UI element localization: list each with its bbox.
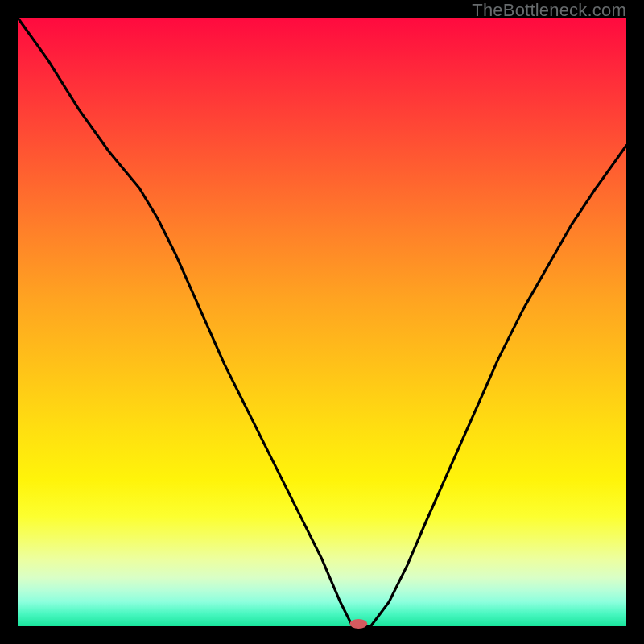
bottleneck-curve (18, 18, 626, 626)
plot-area (18, 18, 626, 626)
marker-min (349, 619, 367, 629)
watermark-text: TheBottleneck.com (472, 0, 626, 21)
plot-svg (18, 18, 626, 626)
chart-frame: TheBottleneck.com (0, 0, 644, 644)
